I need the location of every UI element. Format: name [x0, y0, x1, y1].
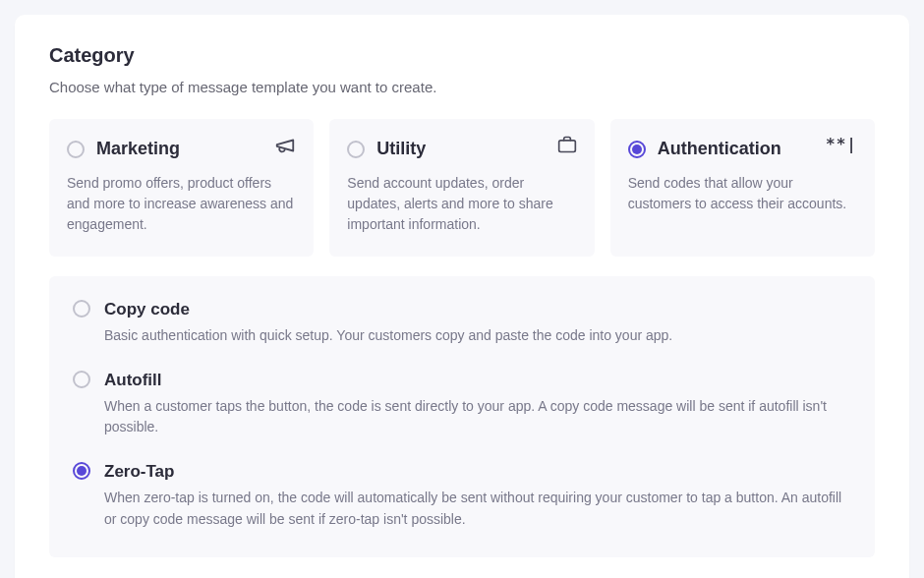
category-card-utility[interactable]: Utility Send account updates, order upda… [329, 119, 594, 257]
category-desc: Send promo offers, product offers and mo… [67, 173, 296, 235]
option-autofill[interactable]: Autofill When a customer taps the button… [73, 371, 851, 438]
radio-authentication[interactable] [628, 141, 646, 158]
category-row: Marketing Send promo offers, product off… [49, 119, 875, 257]
radio-marketing[interactable] [67, 141, 85, 158]
option-desc: When a customer taps the button, the cod… [104, 396, 851, 438]
category-desc: Send codes that allow your customers to … [628, 173, 857, 214]
auth-options-panel: Copy code Basic authentication with quic… [49, 276, 875, 557]
category-title: Authentication [658, 139, 781, 159]
option-desc: Basic authentication with quick setup. Y… [104, 325, 851, 347]
password-icon: **| [826, 135, 857, 153]
category-title: Utility [376, 139, 426, 159]
option-title: Autofill [104, 371, 851, 390]
category-panel: Category Choose what type of message tem… [15, 15, 909, 578]
option-copy-code[interactable]: Copy code Basic authentication with quic… [73, 300, 851, 347]
radio-zero-tap[interactable] [73, 462, 90, 480]
category-card-authentication[interactable]: Authentication **| Send codes that allow… [610, 119, 875, 257]
category-desc: Send account updates, order updates, ale… [347, 173, 576, 235]
category-card-marketing[interactable]: Marketing Send promo offers, product off… [49, 119, 314, 257]
radio-autofill[interactable] [73, 371, 90, 388]
radio-copy-code[interactable] [73, 300, 90, 318]
section-subtitle: Choose what type of message template you… [49, 79, 875, 95]
briefcase-icon [557, 135, 577, 158]
megaphone-icon [274, 135, 296, 160]
category-title: Marketing [96, 139, 180, 159]
option-desc: When zero-tap is turned on, the code wil… [104, 488, 851, 530]
option-zero-tap[interactable]: Zero-Tap When zero-tap is turned on, the… [73, 462, 851, 530]
option-title: Copy code [104, 300, 851, 319]
option-title: Zero-Tap [104, 462, 851, 482]
radio-utility[interactable] [347, 141, 365, 158]
section-title: Category [49, 44, 875, 67]
svg-rect-0 [558, 141, 575, 152]
